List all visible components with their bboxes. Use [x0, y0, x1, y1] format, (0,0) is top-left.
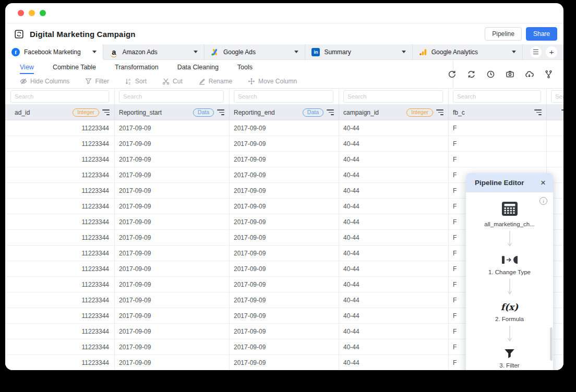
tool-label: Sort	[135, 78, 147, 85]
table-cell: 40-44	[339, 230, 449, 245]
table-header-row: ad_idIntegerReporting_startDataReporting…	[5, 104, 563, 120]
pipeline-button[interactable]: Pipeline	[485, 27, 522, 41]
column-menu-icon[interactable]	[217, 109, 224, 115]
table-cell: 2017-09-09	[230, 339, 339, 354]
column-search-input[interactable]	[551, 90, 563, 103]
column-menu-icon[interactable]	[561, 109, 563, 115]
tool-move-column[interactable]: Move Column	[248, 78, 297, 85]
column-name: Reporting_start	[119, 109, 190, 116]
column-header-ad_id: ad_idInteger	[5, 105, 115, 120]
tool-cut[interactable]: Cut	[162, 78, 183, 85]
table-cell: 40-44	[339, 214, 449, 229]
search-row	[5, 89, 563, 104]
share-button[interactable]: Share	[526, 27, 557, 41]
chevron-down-icon[interactable]	[92, 51, 97, 53]
chevron-down-icon[interactable]	[194, 51, 198, 53]
close-window-button[interactable]	[18, 10, 24, 16]
filter-icon[interactable]	[504, 349, 515, 359]
search-cell	[115, 89, 230, 104]
column-search-input[interactable]	[343, 90, 443, 103]
chevron-down-icon[interactable]	[294, 51, 298, 53]
branch-icon[interactable]	[544, 70, 553, 79]
tool-hide-columns[interactable]: Hide Columns	[20, 78, 69, 85]
column-name: campaign_id	[343, 109, 403, 116]
column-menu-icon[interactable]	[534, 109, 542, 115]
plus-icon: +	[549, 48, 554, 56]
menu-view[interactable]: View	[20, 60, 34, 74]
table-cell: 2017-09-09	[230, 183, 339, 198]
formula-icon[interactable]: f(x)	[501, 302, 519, 312]
tool-label: Cut	[173, 78, 183, 85]
pipeline-editor-panel: Pipeline Editor × i all_marketing_ch...1…	[466, 173, 553, 370]
table-cell: 11223344	[5, 167, 115, 182]
add-sheet-button[interactable]: +	[546, 46, 557, 58]
table-cell: 40-44	[339, 339, 449, 354]
table-cell: 40-44	[339, 136, 449, 151]
table-cell: 2017-09-09	[230, 324, 339, 339]
sort-icon: AZ	[125, 78, 132, 85]
tab-google-ads[interactable]: Google Ads	[205, 44, 305, 59]
snapshot-icon[interactable]	[506, 70, 514, 79]
sync-icon[interactable]	[467, 70, 476, 79]
menu-data-cleaning[interactable]: Data Cleaning	[177, 60, 219, 74]
pipeline-step-1: all_marketing_ch...	[484, 201, 535, 227]
table-cell: 2017-09-09	[230, 152, 339, 167]
flow-arrow-icon	[506, 326, 513, 345]
table-cell: 2017-09-09	[115, 120, 230, 136]
change-type-icon[interactable]	[502, 254, 518, 265]
menu-transformation[interactable]: Transformation	[115, 60, 159, 74]
table-cell: 40-44	[339, 324, 449, 339]
table-cell: 2017-09-09	[115, 324, 230, 339]
tab-amazon-ads[interactable]: aAmazon Ads	[103, 44, 204, 59]
column-search-input[interactable]	[10, 90, 109, 103]
column-menu-icon[interactable]	[102, 109, 110, 115]
tab-facebook-marketing[interactable]: fFacebook Marketing	[5, 44, 103, 59]
tab-summary[interactable]: inSummary	[305, 44, 412, 59]
page-title: Digital Marketing Campaign	[30, 30, 136, 39]
tool-sort[interactable]: AZSort	[125, 78, 147, 85]
tab-label: Amazon Ads	[122, 48, 187, 56]
table-cell: 11223344	[5, 230, 115, 245]
tab-google-analytics[interactable]: Google Analytics	[413, 44, 523, 59]
column-menu-icon[interactable]	[436, 109, 443, 115]
search-cell	[339, 89, 449, 104]
table-cell: 11223344	[5, 292, 115, 308]
zoom-window-button[interactable]	[40, 10, 46, 16]
table-cell: 40-44	[339, 292, 449, 308]
column-header-fb_c: fb_c	[449, 105, 547, 120]
search-cell	[547, 89, 563, 104]
minimize-window-button[interactable]	[29, 10, 35, 16]
table-cell: 2017-09-09	[115, 246, 230, 261]
search-cell	[230, 89, 339, 104]
chevron-down-icon[interactable]	[402, 51, 406, 53]
refresh-icon[interactable]	[448, 70, 457, 79]
tab-list-menu-button[interactable]	[530, 46, 542, 58]
pipeline-step-2: 1. Change Type	[488, 254, 531, 275]
table-cell: 11223344	[5, 199, 115, 214]
tool-rename[interactable]: Rename	[198, 78, 232, 85]
column-name: Reporting_end	[234, 109, 299, 116]
tool-filter[interactable]: Filter	[85, 78, 109, 85]
history-icon[interactable]	[486, 70, 495, 79]
menu-tools[interactable]: Tools	[237, 60, 253, 74]
table-cell: 2017-09-09	[115, 230, 230, 245]
column-type-badge: Data	[303, 108, 323, 117]
cloud-download-icon[interactable]	[525, 70, 534, 79]
column-search-input[interactable]	[119, 90, 224, 103]
table-cell: 2017-09-09	[230, 214, 339, 229]
table-cell: F	[449, 120, 547, 136]
chevron-down-icon[interactable]	[512, 51, 516, 53]
table-cell: 2017-09-09	[115, 136, 230, 151]
table-cell: F	[449, 136, 547, 151]
table-cell: 2017-09-09	[230, 355, 339, 370]
panel-scrollbar[interactable]	[550, 327, 553, 361]
column-name: fb_c	[453, 109, 531, 116]
column-search-input[interactable]	[234, 90, 333, 103]
column-menu-icon[interactable]	[327, 109, 334, 115]
menu-combine-table[interactable]: Combine Table	[53, 60, 96, 74]
close-icon[interactable]: ×	[541, 178, 546, 187]
column-search-input[interactable]	[453, 90, 541, 103]
info-icon[interactable]: i	[539, 197, 547, 205]
table-cell: 2017-09-09	[115, 308, 230, 323]
table-icon[interactable]	[500, 201, 520, 217]
